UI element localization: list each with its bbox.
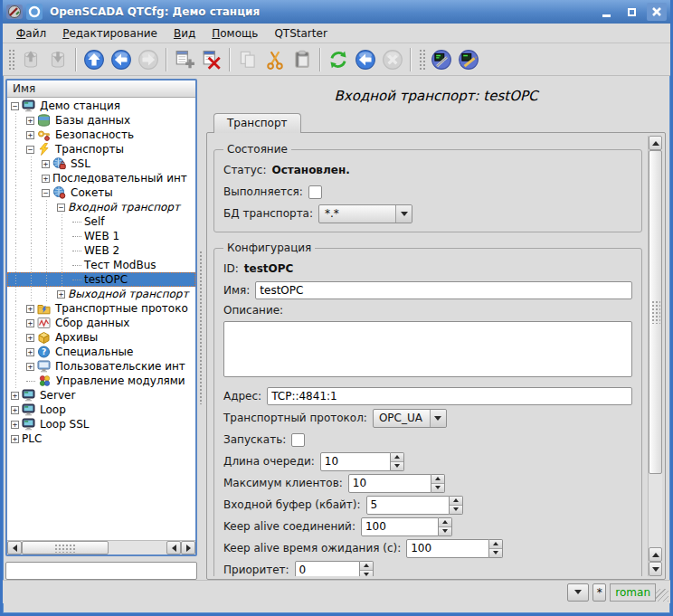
collapse-icon[interactable]: − bbox=[26, 146, 34, 154]
menu-help[interactable]: Помощь bbox=[204, 25, 266, 42]
scrollbar-thumb[interactable] bbox=[649, 150, 662, 474]
qtcfg-tool-button[interactable] bbox=[428, 46, 455, 73]
description-textarea[interactable] bbox=[223, 321, 632, 377]
spin-buttons[interactable] bbox=[391, 452, 404, 471]
spin-up-icon[interactable] bbox=[391, 453, 403, 461]
start-checkbox[interactable] bbox=[291, 433, 305, 447]
keepalive-timeout-input[interactable] bbox=[406, 539, 489, 558]
tree-item-ssl[interactable]: +SSL bbox=[7, 156, 195, 171]
spin-buttons[interactable] bbox=[439, 517, 452, 536]
priority-input[interactable] bbox=[295, 561, 360, 577]
name-input[interactable] bbox=[255, 281, 632, 299]
keepalive-spinbox[interactable] bbox=[361, 517, 452, 536]
scrollbar-track[interactable] bbox=[649, 474, 662, 547]
vision-tool-button[interactable] bbox=[455, 46, 482, 73]
tree-item-plc[interactable]: +PLC bbox=[7, 431, 195, 446]
tree-item-transports[interactable]: −Транспорты bbox=[7, 142, 195, 156]
tab-transport[interactable]: Транспорт bbox=[213, 113, 301, 133]
tree-item-loop-ssl[interactable]: +Loop SSL bbox=[7, 417, 195, 431]
spin-up-icon[interactable] bbox=[431, 475, 444, 483]
scroll-right-button[interactable] bbox=[181, 541, 195, 554]
expand-icon[interactable]: + bbox=[42, 160, 50, 168]
spin-up-icon[interactable] bbox=[360, 562, 373, 570]
back-button[interactable] bbox=[108, 46, 135, 73]
menu-view[interactable]: Вид bbox=[166, 25, 204, 42]
tree-item-protocols[interactable]: +Транспортные протоко bbox=[7, 301, 195, 316]
tree-item-output-transport[interactable]: +Выходной транспорт bbox=[7, 287, 195, 301]
tree-item-testopc[interactable]: testOPC bbox=[7, 272, 195, 287]
scroll-up-button[interactable] bbox=[649, 136, 662, 150]
tree-item-serial[interactable]: +Последовательный инт bbox=[7, 171, 195, 185]
expand-icon[interactable]: + bbox=[42, 175, 50, 183]
panel-vscrollbar[interactable] bbox=[648, 136, 662, 576]
expand-icon[interactable]: + bbox=[11, 406, 19, 414]
scrollbar-thumb[interactable] bbox=[22, 541, 109, 554]
expand-icon[interactable]: + bbox=[11, 392, 19, 400]
queue-length-spinbox[interactable] bbox=[320, 452, 404, 471]
start-update-button[interactable] bbox=[352, 46, 379, 73]
expand-icon[interactable]: + bbox=[26, 334, 34, 342]
minimize-button[interactable] bbox=[596, 3, 616, 21]
input-buffer-input[interactable] bbox=[366, 496, 450, 515]
maximize-button[interactable] bbox=[621, 3, 641, 21]
tree-item-archives[interactable]: +Архивы bbox=[7, 330, 195, 345]
collapse-icon[interactable]: − bbox=[42, 189, 50, 197]
scroll-up-button-2[interactable] bbox=[649, 547, 662, 562]
expand-icon[interactable]: + bbox=[11, 435, 19, 443]
expand-icon[interactable]: + bbox=[11, 421, 19, 429]
spin-down-icon[interactable] bbox=[391, 461, 403, 470]
spin-down-icon[interactable] bbox=[489, 548, 502, 557]
tree-filter-input[interactable] bbox=[5, 562, 197, 580]
statusbar-dropdown-button[interactable] bbox=[567, 583, 589, 602]
tree-item-demo-station[interactable]: −Демо станция bbox=[7, 99, 195, 113]
resize-grip[interactable] bbox=[656, 589, 668, 602]
transport-db-combobox[interactable]: *.* bbox=[318, 204, 412, 223]
input-buffer-spinbox[interactable] bbox=[366, 496, 463, 515]
titlebar[interactable]: OpenSCADA QTCfg: Демо станция bbox=[3, 0, 670, 24]
expand-icon[interactable]: + bbox=[26, 363, 34, 371]
scroll-down-button[interactable] bbox=[649, 562, 662, 576]
tree-item-ui[interactable]: +Пользовательские инт bbox=[7, 359, 195, 374]
tree-item-security[interactable]: +Безопасность bbox=[7, 128, 195, 142]
up-button[interactable] bbox=[81, 46, 108, 73]
toolbar-handle[interactable] bbox=[418, 48, 425, 71]
spin-down-icon[interactable] bbox=[450, 505, 462, 514]
expand-icon[interactable]: + bbox=[26, 348, 34, 356]
menu-qtstarter[interactable]: QTStarter bbox=[266, 25, 335, 42]
spin-up-icon[interactable] bbox=[450, 497, 462, 505]
statusbar-modified-button[interactable]: * bbox=[592, 583, 606, 602]
tree-item-daq[interactable]: +Сбор данных bbox=[7, 316, 195, 330]
expand-icon[interactable]: + bbox=[26, 117, 34, 125]
cut-button[interactable] bbox=[261, 46, 289, 73]
menu-edit[interactable]: Редактирование bbox=[54, 25, 166, 42]
expand-icon[interactable]: + bbox=[26, 131, 34, 139]
keepalive-timeout-spinbox[interactable] bbox=[406, 539, 503, 558]
tree-item-test-modbus[interactable]: Тест ModBus bbox=[7, 258, 195, 272]
expand-icon[interactable]: + bbox=[26, 319, 34, 327]
collapse-icon[interactable]: − bbox=[57, 204, 65, 212]
tree-item-self[interactable]: Self bbox=[7, 214, 195, 229]
spin-down-icon[interactable] bbox=[431, 483, 444, 492]
splitter-handle[interactable] bbox=[197, 79, 204, 580]
spin-buttons[interactable] bbox=[431, 474, 445, 493]
tree-item-input-transport[interactable]: −Входной транспорт bbox=[7, 200, 195, 214]
tree-item-web1[interactable]: WEB 1 bbox=[7, 229, 195, 243]
refresh-button[interactable] bbox=[325, 46, 352, 73]
tree-header-name[interactable]: Имя bbox=[7, 81, 195, 98]
spin-up-icon[interactable] bbox=[439, 518, 451, 526]
expand-icon[interactable]: + bbox=[26, 305, 34, 313]
queue-length-input[interactable] bbox=[320, 452, 391, 471]
max-clients-input[interactable] bbox=[348, 474, 431, 493]
tree-item-server[interactable]: +Server bbox=[7, 388, 195, 403]
menu-file[interactable]: Файл bbox=[8, 25, 54, 42]
spin-down-icon[interactable] bbox=[439, 526, 451, 535]
add-item-button[interactable] bbox=[171, 46, 198, 73]
delete-item-button[interactable] bbox=[198, 46, 225, 73]
tree-hscrollbar[interactable] bbox=[7, 540, 195, 554]
tree-item-sockets[interactable]: −Сокеты bbox=[7, 185, 195, 200]
expand-icon[interactable]: + bbox=[57, 290, 65, 299]
spin-buttons[interactable] bbox=[360, 561, 374, 577]
protocol-combobox[interactable]: OPC_UA bbox=[373, 409, 447, 428]
max-clients-spinbox[interactable] bbox=[348, 474, 445, 493]
scroll-left-button-2[interactable] bbox=[166, 541, 181, 554]
